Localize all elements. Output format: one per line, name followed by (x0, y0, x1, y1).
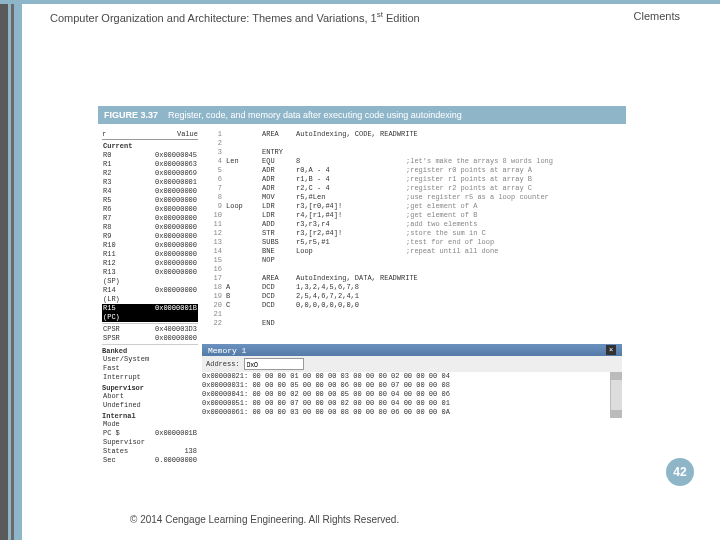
reg-row: Mode (102, 420, 198, 429)
line-number: 1 (202, 130, 224, 139)
line-number: 9 (202, 202, 224, 211)
left-dark-stripe (0, 4, 8, 540)
code-line: STRr3,[r2,#4]!;store the sum in C (226, 229, 622, 238)
code-line: LDRr4,[r1,#4]!;get element of B (226, 211, 622, 220)
code-line: NOP (226, 256, 622, 265)
reg-row-pc: R15 (PC)0x0000001B (102, 304, 198, 322)
line-number: 4 (202, 157, 224, 166)
reg-fastint: Fast Interrupt (102, 364, 198, 382)
reg-row: R100x00000000 (102, 241, 198, 250)
line-number: 3 (202, 148, 224, 157)
code-line: LenEQU8;let's make the arrays 8 words lo… (226, 157, 622, 166)
line-number: 13 (202, 238, 224, 247)
reg-row: R60x00000000 (102, 205, 198, 214)
reg-usersys: User/System (102, 355, 198, 364)
code-line: MOVr5,#Len;use register r5 as a loop cou… (226, 193, 622, 202)
reg-row: Supervisor (102, 438, 198, 447)
line-number: 6 (202, 175, 224, 184)
code-line (226, 139, 622, 148)
reg-header-right: Value (177, 130, 198, 138)
line-number: 10 (202, 211, 224, 220)
line-number: 16 (202, 265, 224, 274)
memory-row: 0x00000051: 00 00 00 07 00 00 00 02 00 0… (202, 399, 610, 408)
reg-row: R40x00000000 (102, 187, 198, 196)
code-line (226, 310, 622, 319)
register-panel: r Value Current R00x00000045R10x00000063… (102, 130, 198, 465)
debugger-screenshot: r Value Current R00x00000045R10x00000063… (98, 124, 626, 422)
memory-row: 0x00000041: 00 00 00 02 00 00 00 05 00 0… (202, 390, 610, 399)
code-line: ADRr2,C - 4;register r2 points at array … (226, 184, 622, 193)
code-line: END (226, 319, 622, 328)
line-number: 15 (202, 256, 224, 265)
line-number: 21 (202, 310, 224, 319)
reg-banked: Banked (102, 347, 198, 355)
reg-row: R90x00000000 (102, 232, 198, 241)
code-line: CDCD0,0,0,0,0,0,0,0 (226, 301, 622, 310)
memory-title-bar: Memory 1 × (202, 344, 622, 356)
line-number: 8 (202, 193, 224, 202)
title-text-pre: Computer Organization and Architecture: … (50, 12, 377, 24)
figure-caption-bar: FIGURE 3.37 Register, code, and memory d… (98, 106, 626, 124)
code-line: ADRr0,A - 4;register r0 points at array … (226, 166, 622, 175)
reg-row: PC $0x0000001B (102, 429, 198, 438)
line-number: 19 (202, 292, 224, 301)
memory-addr-label: Address: (206, 360, 240, 368)
reg-row: R120x00000000 (102, 259, 198, 268)
line-number: 17 (202, 274, 224, 283)
line-number: 11 (202, 220, 224, 229)
copyright-footer: © 2014 Cengage Learning Engineering. All… (130, 514, 399, 525)
code-line: BNELoop;repeat until all done (226, 247, 622, 256)
code-line: ADDr3,r3,r4;add two elements (226, 220, 622, 229)
figure-container: FIGURE 3.37 Register, code, and memory d… (98, 106, 626, 422)
memory-address-bar: Address: (202, 356, 622, 372)
code-line-numbers: 12345678910111213141516171819202122 (202, 130, 224, 328)
line-number: 2 (202, 139, 224, 148)
code-line: LoopLDRr3,[r0,#4]!;get element of A (226, 202, 622, 211)
code-panel: AREAAutoIndexing, CODE, READWRITEENTRYLe… (226, 130, 622, 328)
reg-internal: Internal (102, 412, 198, 420)
code-line: ADCD1,3,2,4,5,6,7,8 (226, 283, 622, 292)
reg-row: R110x00000000 (102, 250, 198, 259)
author-name: Clements (634, 10, 680, 24)
reg-supervisor: Supervisor (102, 384, 198, 392)
code-line: SUBSr5,r5,#1;test for end of loop (226, 238, 622, 247)
memory-scrollbar[interactable] (610, 372, 622, 418)
code-line (226, 265, 622, 274)
code-line: AREAAutoIndexing, DATA, READWRITE (226, 274, 622, 283)
memory-row: 0x00000031: 00 00 00 05 00 00 00 06 00 0… (202, 381, 610, 390)
line-number: 22 (202, 319, 224, 328)
code-line: ADRr1,B - 4;register r1 points at array … (226, 175, 622, 184)
page-number-badge: 42 (666, 458, 694, 486)
reg-row: R00x00000045 (102, 151, 198, 160)
figure-caption-text: Register, code, and memory data after ex… (168, 110, 462, 120)
memory-title: Memory 1 (208, 346, 246, 355)
reg-header-left: r (102, 130, 126, 138)
line-number: 5 (202, 166, 224, 175)
top-accent-line (0, 0, 720, 4)
code-line: BDCD2,5,4,6,7,2,4,1 (226, 292, 622, 301)
line-number: 20 (202, 301, 224, 310)
memory-row: 0x00000061: 00 00 00 03 00 00 00 08 00 0… (202, 408, 610, 417)
reg-row: R20x00000069 (102, 169, 198, 178)
reg-row: R14 (LR)0x00000000 (102, 286, 198, 304)
reg-row: States138 (102, 447, 198, 456)
memory-addr-input[interactable] (244, 358, 304, 370)
line-number: 7 (202, 184, 224, 193)
code-line: AREAAutoIndexing, CODE, READWRITE (226, 130, 622, 139)
figure-number: FIGURE 3.37 (104, 110, 158, 120)
line-number: 14 (202, 247, 224, 256)
line-number: 12 (202, 229, 224, 238)
close-icon[interactable]: × (606, 345, 616, 355)
memory-panel: Memory 1 × Address: 0x00000021: 00 00 00… (202, 344, 622, 420)
memory-row: 0x00000021: 00 00 00 01 00 00 00 03 00 0… (202, 372, 610, 381)
code-line: ENTRY (226, 148, 622, 157)
reg-row: R13 (SP)0x00000000 (102, 268, 198, 286)
reg-row: R50x00000000 (102, 196, 198, 205)
slide-header: Computer Organization and Architecture: … (50, 10, 680, 24)
reg-row-cpsr: CPSR0x400003D3 (102, 325, 198, 334)
reg-row: Sec0.00000000 (102, 456, 198, 465)
title-text-post: Edition (383, 12, 420, 24)
reg-row: R10x00000063 (102, 160, 198, 169)
left-inner-stripe (11, 4, 14, 540)
book-title: Computer Organization and Architecture: … (50, 10, 420, 24)
